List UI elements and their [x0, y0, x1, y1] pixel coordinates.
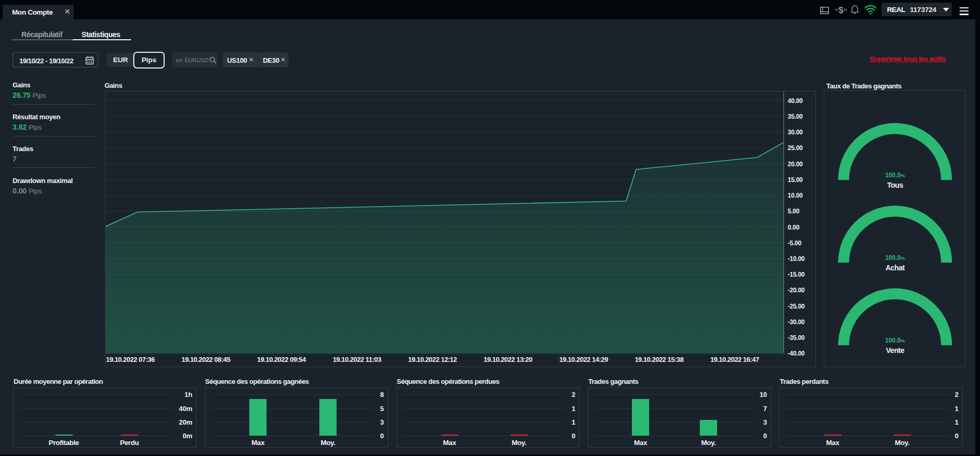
- svg-text:25.00: 25.00: [788, 144, 803, 152]
- svg-text:-15.00: -15.00: [788, 271, 805, 278]
- svg-text:-10.00: -10.00: [788, 255, 805, 263]
- svg-text:19.10.2022 13:20: 19.10.2022 13:20: [483, 356, 532, 363]
- svg-text:Vente: Vente: [886, 346, 905, 355]
- svg-text:19.10.2022 12:12: 19.10.2022 12:12: [408, 356, 457, 363]
- svg-text:10.00: 10.00: [788, 192, 803, 199]
- svg-text:30.00: 30.00: [788, 129, 803, 136]
- svg-text:20.00: 20.00: [788, 161, 803, 168]
- svg-text:100.0%: 100.0%: [885, 254, 906, 261]
- svg-text:15.00: 15.00: [788, 176, 803, 184]
- svg-text:100.0%: 100.0%: [885, 337, 906, 344]
- svg-text:19.10.2022 15:38: 19.10.2022 15:38: [635, 356, 683, 363]
- svg-text:-5.00: -5.00: [788, 240, 802, 247]
- svg-text:40.00: 40.00: [788, 97, 803, 105]
- svg-text:19.10.2022 16:47: 19.10.2022 16:47: [710, 356, 759, 363]
- svg-text:-35.00: -35.00: [788, 334, 805, 341]
- svg-text:-25.00: -25.00: [788, 303, 805, 310]
- svg-text:19.10.2022 09:54: 19.10.2022 09:54: [257, 356, 306, 363]
- svg-text:19.10.2022 14:29: 19.10.2022 14:29: [559, 356, 608, 363]
- svg-text:35.00: 35.00: [788, 113, 803, 120]
- svg-text:$: $: [838, 5, 844, 15]
- svg-text:Achat: Achat: [885, 264, 905, 272]
- svg-text:19.10.2022 08:45: 19.10.2022 08:45: [181, 356, 230, 363]
- svg-text:-40.00: -40.00: [788, 350, 805, 357]
- svg-text:5.00: 5.00: [788, 208, 800, 215]
- svg-text:-30.00: -30.00: [788, 318, 805, 326]
- svg-text:100.0%: 100.0%: [885, 172, 906, 179]
- svg-text:Tous: Tous: [887, 181, 903, 189]
- svg-text:0.00: 0.00: [788, 224, 800, 231]
- svg-text:19.10.2022 07:36: 19.10.2022 07:36: [106, 356, 155, 363]
- svg-text:-20.00: -20.00: [788, 287, 805, 294]
- svg-text:19.10.2022 11:03: 19.10.2022 11:03: [333, 356, 382, 363]
